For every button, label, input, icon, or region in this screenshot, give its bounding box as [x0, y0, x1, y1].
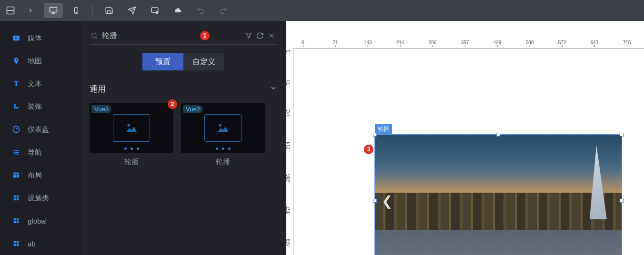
- search-input[interactable]: [99, 29, 200, 42]
- svg-rect-17: [13, 175, 16, 178]
- device-desktop-button[interactable]: [44, 3, 63, 18]
- preview-icon[interactable]: [145, 3, 164, 18]
- ruler-tick: 286: [286, 174, 291, 182]
- undo-icon[interactable]: [191, 3, 210, 18]
- tab-preset[interactable]: 预置: [142, 53, 183, 70]
- nav-label: 文本: [28, 79, 42, 88]
- nav-item-gauge[interactable]: 仪表盘: [0, 118, 81, 141]
- pin-icon: [11, 56, 21, 66]
- svg-rect-28: [17, 241, 19, 244]
- chevron-down-icon: [270, 84, 277, 94]
- ruler-tick: 357: [286, 206, 291, 215]
- svg-rect-13: [15, 152, 19, 153]
- svg-rect-26: [17, 221, 19, 224]
- component-card[interactable]: Vue3 2 轮播: [90, 103, 173, 167]
- resize-handle[interactable]: [496, 133, 500, 137]
- svg-point-35: [128, 124, 131, 127]
- ruler-tick: 286: [429, 40, 437, 45]
- component-panel: 1 预置 自定义 通用 Vue3 2: [81, 21, 286, 255]
- ruler-tick: 71: [332, 40, 338, 45]
- resize-handle[interactable]: [620, 199, 624, 203]
- component-card[interactable]: Vue2 轮播: [181, 103, 265, 167]
- ruler-tick: 143: [286, 109, 291, 118]
- step-badge-3: 3: [364, 145, 373, 154]
- category-sidebar: 媒体 地图 文本 装饰 仪表盘 导航 布局 设施类: [0, 21, 81, 255]
- chevron-right-icon[interactable]: [21, 3, 40, 18]
- layout-icon: [11, 170, 21, 180]
- ruler-tick: 429: [493, 40, 502, 45]
- nav-item-facility[interactable]: 设施类: [0, 186, 81, 209]
- nav-item-decor[interactable]: 装饰: [0, 95, 81, 118]
- nav-label: 导航: [28, 148, 42, 157]
- list-icon: [11, 147, 21, 157]
- ruler-tick: 71: [286, 79, 291, 85]
- toolbar-divider: [92, 5, 93, 16]
- nav-label: 仪表盘: [28, 125, 49, 134]
- ruler-tick: 0: [286, 50, 291, 53]
- svg-point-31: [92, 33, 96, 38]
- brush-icon: [11, 102, 21, 111]
- svg-rect-23: [14, 218, 16, 221]
- filter-icon[interactable]: [243, 30, 254, 41]
- svg-point-36: [219, 124, 222, 127]
- nav-item-navigation[interactable]: 导航: [0, 141, 81, 164]
- nav-item-text[interactable]: 文本: [0, 72, 81, 95]
- svg-point-8: [15, 59, 17, 60]
- search-icon: [90, 31, 99, 40]
- carousel-prev-icon[interactable]: ❮: [382, 193, 392, 209]
- nav-label: 布局: [28, 171, 42, 180]
- gauge-icon: [11, 125, 21, 134]
- save-icon[interactable]: [100, 3, 119, 18]
- resize-handle[interactable]: [373, 199, 377, 203]
- ruler-tick: 500: [526, 40, 534, 45]
- ruler-tick: 0: [302, 40, 304, 45]
- svg-rect-11: [15, 150, 19, 151]
- nav-label: 媒体: [28, 34, 42, 43]
- canvas-area: 0 71 143 214 286 357 429 500 572 643 715…: [286, 21, 644, 255]
- svg-point-3: [76, 12, 76, 12]
- section-header[interactable]: 通用: [90, 84, 277, 95]
- tab-custom[interactable]: 自定义: [183, 53, 224, 70]
- refresh-icon[interactable]: [254, 30, 266, 41]
- canvas-stage[interactable]: 3 轮播 ❮: [293, 49, 644, 255]
- ruler-tick: 214: [286, 142, 291, 150]
- svg-rect-25: [14, 221, 16, 224]
- grid-icon: [11, 239, 21, 248]
- resize-handle[interactable]: [373, 133, 377, 137]
- carousel-icon: [204, 114, 242, 142]
- search-row: 1: [90, 29, 277, 45]
- svg-rect-18: [17, 175, 19, 178]
- card-thumbnail: Vue3 2: [90, 103, 173, 153]
- card-title: 轮播: [181, 157, 265, 167]
- top-toolbar: [0, 0, 644, 21]
- svg-rect-24: [17, 218, 19, 221]
- nav-item-media[interactable]: 媒体: [0, 27, 81, 49]
- nav-item-ab[interactable]: ab: [0, 232, 81, 255]
- nav-item-layout[interactable]: 布局: [0, 164, 81, 186]
- nav-item-global[interactable]: global: [0, 209, 81, 232]
- svg-rect-1: [50, 7, 57, 12]
- send-icon[interactable]: [122, 3, 141, 18]
- vertical-ruler: 0 71 143 214 286 357 429 500: [286, 49, 293, 255]
- app-logo-icon[interactable]: [4, 4, 17, 17]
- close-icon[interactable]: [266, 30, 277, 41]
- nav-item-map[interactable]: 地图: [0, 49, 81, 72]
- device-mobile-button[interactable]: [67, 3, 86, 18]
- preset-custom-tabs: 预置 自定义: [90, 53, 277, 70]
- svg-rect-21: [14, 198, 16, 201]
- svg-rect-27: [14, 241, 16, 244]
- nav-label: ab: [28, 240, 36, 248]
- svg-rect-19: [14, 196, 16, 198]
- resize-handle[interactable]: [620, 133, 624, 137]
- cloud-upload-icon[interactable]: [168, 3, 187, 18]
- svg-rect-10: [14, 150, 15, 151]
- ruler-tick: 572: [558, 40, 566, 45]
- redo-icon[interactable]: [214, 3, 233, 18]
- svg-rect-30: [17, 244, 19, 246]
- nav-label: 地图: [28, 57, 42, 66]
- section-title: 通用: [90, 84, 106, 95]
- selected-carousel-component[interactable]: 轮播 ❮: [374, 134, 622, 255]
- vue-version-tag: Vue3: [91, 105, 111, 113]
- ruler-tick: 357: [461, 40, 469, 45]
- step-badge-2: 2: [168, 99, 177, 109]
